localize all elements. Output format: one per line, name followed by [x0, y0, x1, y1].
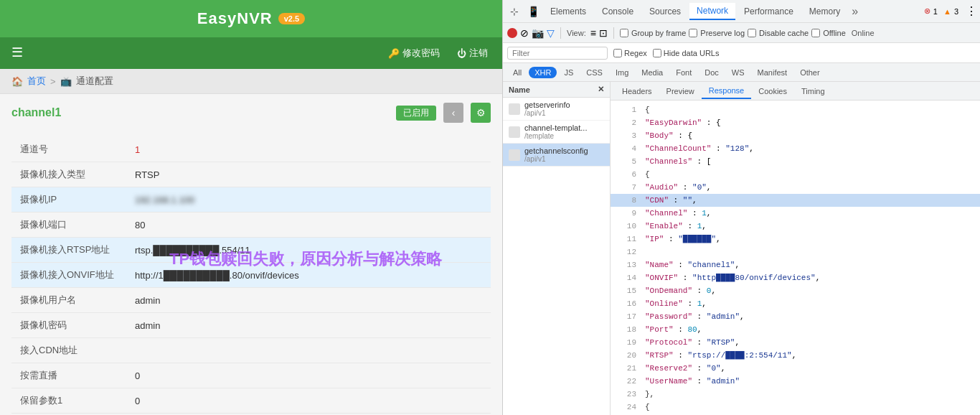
tab-preview[interactable]: Preview — [659, 84, 702, 98]
json-line-number: 20 — [616, 350, 636, 361]
config-value: admin — [126, 288, 491, 313]
json-line[interactable]: 10 "Enable" : 1, — [611, 220, 980, 233]
json-line[interactable]: 16 "Online" : 1, — [611, 297, 980, 310]
type-filter-js[interactable]: JS — [558, 67, 579, 78]
json-line[interactable]: 17 "Password" : "admin", — [611, 310, 980, 323]
json-line[interactable]: 18 "Port" : 80, — [611, 323, 980, 336]
json-line[interactable]: 6 { — [611, 168, 980, 181]
json-line-number: 17 — [616, 311, 636, 322]
top-nav: ☰ 🔑 修改密码 ⏻ 注销 — [0, 37, 502, 69]
type-filter-font[interactable]: Font — [670, 67, 697, 78]
group-by-frame-checkbox[interactable] — [620, 29, 628, 37]
json-line[interactable]: 24 { — [611, 401, 980, 414]
json-line[interactable]: 9 "Channel" : 1, — [611, 207, 980, 220]
json-line[interactable]: 4 "ChannelCount" : "128", — [611, 142, 980, 155]
breadcrumb-sep1: > — [50, 76, 56, 87]
req-name: getchannelsconfig — [524, 146, 588, 155]
view-list-btn[interactable]: ≡ — [590, 27, 596, 39]
device-icon[interactable]: 📱 — [524, 3, 542, 20]
close-panel-btn[interactable]: ✕ — [598, 85, 604, 94]
json-line-number: 3 — [616, 130, 636, 141]
json-line[interactable]: 19 "Protocol" : "RTSP", — [611, 336, 980, 349]
json-line[interactable]: 7 "Audio" : "0", — [611, 181, 980, 194]
json-line[interactable]: 15 "OnDemand" : 0, — [611, 284, 980, 297]
stop-record-btn[interactable]: ⊘ — [520, 27, 529, 39]
type-filter-other[interactable]: Other — [794, 67, 826, 78]
request-item[interactable]: getchannelsconfig /api/v1 — [503, 144, 610, 167]
json-line[interactable]: 1{ — [611, 103, 980, 116]
json-line[interactable]: 22 "UserName" : "admin" — [611, 375, 980, 388]
json-line[interactable]: 3 "Body" : { — [611, 129, 980, 142]
json-line[interactable]: 20 "RTSP" : "rtsp://████:2:554/11", — [611, 349, 980, 362]
cursor-icon[interactable]: ⊹ — [506, 3, 523, 20]
json-line[interactable]: 2 "EasyDarwin" : { — [611, 116, 980, 129]
preserve-log-checkbox[interactable] — [689, 29, 697, 37]
json-line-number: 10 — [616, 220, 636, 232]
hamburger-icon[interactable]: ☰ — [11, 45, 23, 60]
app-panel: EasyNVR v2.5 ☰ 🔑 修改密码 ⏻ 注销 🏠 首页 > 📺 通道配置… — [0, 0, 502, 415]
config-value: rtsp.██████████.554/11 — [126, 238, 491, 263]
filter-input[interactable] — [507, 47, 608, 60]
type-filter-xhr[interactable]: XHR — [529, 67, 557, 78]
config-label: 保留参数1 — [11, 388, 126, 414]
type-filter-manifest[interactable]: Manifest — [752, 67, 793, 78]
view-screenshot-btn[interactable]: ⊡ — [599, 27, 608, 39]
json-line-content: "Channels" : [ — [645, 156, 711, 167]
json-line-content: "EasyDarwin" : { — [645, 117, 721, 129]
type-filter-doc[interactable]: Doc — [699, 67, 725, 78]
json-line[interactable]: 8 "CDN" : "", — [611, 194, 980, 207]
tab-cookies[interactable]: Cookies — [751, 84, 794, 98]
error-count: 1 — [933, 7, 938, 16]
json-viewer[interactable]: 1{2 "EasyDarwin" : {3 "Body" : {4 "Chann… — [611, 101, 980, 415]
json-line[interactable]: 12 — [611, 246, 980, 258]
config-label: 摄像机用户名 — [11, 288, 126, 313]
request-list: Name ✕ getserverinfo /api/v1 channel-tem… — [503, 82, 611, 415]
record-btn[interactable] — [507, 28, 517, 38]
channel-settings-btn[interactable]: ⚙ — [471, 103, 491, 123]
tab-performance[interactable]: Performance — [737, 4, 801, 19]
disable-cache-checkbox[interactable] — [748, 29, 756, 37]
json-line[interactable]: 23 }, — [611, 388, 980, 401]
channel-prev-btn[interactable]: ‹ — [443, 103, 463, 123]
tab-response[interactable]: Response — [702, 83, 752, 99]
tab-memory[interactable]: Memory — [802, 4, 847, 19]
filter-btn[interactable]: ▽ — [547, 27, 555, 39]
tab-elements[interactable]: Elements — [543, 4, 593, 19]
tab-timing[interactable]: Timing — [794, 84, 832, 98]
json-line[interactable]: 13 "Name" : "channel1", — [611, 258, 980, 271]
devtools-menu-icon[interactable]: ⋮ — [966, 4, 977, 18]
type-filter-css[interactable]: CSS — [580, 67, 608, 78]
request-item[interactable]: channel-templat... /template — [503, 121, 610, 144]
type-filter-all[interactable]: All — [507, 67, 527, 78]
type-filter-img[interactable]: Img — [610, 67, 634, 78]
offline-checkbox[interactable] — [811, 29, 820, 37]
json-line-content: "Audio" : "0", — [645, 182, 711, 193]
json-line-number: 16 — [616, 298, 636, 309]
channel-status-badge[interactable]: 已启用 — [396, 106, 436, 121]
type-filter-ws[interactable]: WS — [726, 67, 750, 78]
change-password-btn[interactable]: 🔑 修改密码 — [388, 47, 440, 60]
camera-btn[interactable]: 📷 — [532, 27, 544, 39]
tab-console[interactable]: Console — [595, 4, 641, 19]
config-row: 摄像机接入RTSP地址rtsp.██████████.554/11 — [11, 238, 491, 263]
network-toolbar: ⊘ 📷 ▽ View: ≡ ⊡ Group by frame Preserve … — [503, 23, 980, 43]
json-line-number: 2 — [616, 117, 636, 129]
regex-checkbox[interactable] — [613, 49, 622, 57]
tab-sources[interactable]: Sources — [642, 4, 688, 19]
app-header: EasyNVR v2.5 — [0, 0, 502, 37]
tab-network[interactable]: Network — [689, 3, 735, 20]
tab-headers[interactable]: Headers — [615, 84, 659, 98]
json-line[interactable]: 14 "ONVIF" : "http████80/onvif/devices", — [611, 271, 980, 284]
json-line[interactable]: 21 "Reserve2" : "0", — [611, 362, 980, 375]
logout-btn[interactable]: ⏻ 注销 — [457, 47, 488, 60]
request-item[interactable]: getserverinfo /api/v1 — [503, 98, 610, 121]
hide-data-urls-checkbox[interactable] — [653, 49, 661, 57]
more-tabs-icon[interactable]: » — [849, 5, 861, 18]
home-icon: 🏠 — [11, 76, 23, 87]
json-line[interactable]: 11 "IP" : "██████", — [611, 233, 980, 246]
type-filter-media[interactable]: Media — [636, 67, 669, 78]
json-line[interactable]: 5 "Channels" : [ — [611, 155, 980, 168]
json-line-number: 21 — [616, 363, 636, 374]
json-line-content: "Protocol" : "RTSP", — [645, 337, 740, 348]
config-label: 摄像机IP — [11, 187, 126, 213]
